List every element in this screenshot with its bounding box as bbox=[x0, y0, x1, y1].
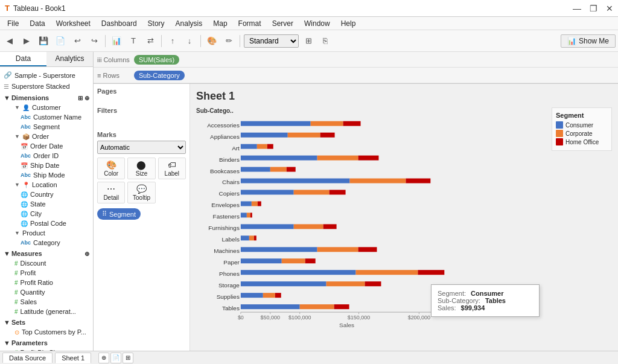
toolbar-new-btn[interactable]: 📄 bbox=[53, 34, 68, 48]
menu-analysis[interactable]: Analysis bbox=[171, 18, 208, 29]
parameters-header[interactable]: ▼ Parameters bbox=[2, 337, 91, 348]
field-customer-group[interactable]: ▼ 👤 Customer bbox=[2, 103, 91, 112]
toolbar-sort-asc-btn[interactable]: ↑ bbox=[165, 34, 180, 48]
nav-new-dashboard[interactable]: ⊞ bbox=[123, 353, 133, 363]
toolbar-chart-btn[interactable]: 📊 bbox=[109, 34, 124, 48]
bar-tables-consumer[interactable] bbox=[241, 304, 300, 309]
toolbar-back-btn[interactable]: ◀ bbox=[2, 34, 17, 48]
datasource-stacked[interactable]: ☰ Superstore Stacked bbox=[2, 81, 91, 92]
menu-format[interactable]: Format bbox=[234, 18, 266, 29]
marks-type-select[interactable]: Automatic Bar Line Area bbox=[97, 141, 186, 154]
menu-map[interactable]: Map bbox=[208, 18, 232, 29]
menu-help[interactable]: Help bbox=[336, 18, 361, 29]
datasource-superstore[interactable]: 🔗 Sample - Superstore bbox=[2, 69, 91, 81]
datasource-name: Sample - Superstore bbox=[14, 72, 75, 79]
show-me-label: Show Me bbox=[579, 37, 609, 45]
field-state[interactable]: 🌐 State bbox=[2, 199, 91, 209]
color-icon: 🎨 bbox=[106, 160, 116, 170]
caret-customer: ▼ bbox=[14, 104, 20, 110]
field-city[interactable]: 🌐 City bbox=[2, 209, 91, 219]
nav-new-datasource[interactable]: ⊕ bbox=[98, 353, 109, 363]
field-top-customers-set[interactable]: ⊙ Top Customers by P... bbox=[2, 327, 91, 337]
marks-color-btn[interactable]: 🎨 Color bbox=[97, 158, 125, 179]
tab-data[interactable]: Data bbox=[0, 52, 46, 66]
menu-dashboard[interactable]: Dashboard bbox=[97, 18, 142, 29]
bar-labels-home bbox=[254, 235, 256, 240]
menu-story[interactable]: Story bbox=[143, 18, 170, 29]
segment-pill[interactable]: ⠿ Segment bbox=[97, 208, 141, 220]
legend-consumer-label: Consumer bbox=[565, 122, 593, 129]
label-label: Label bbox=[165, 170, 179, 177]
toolbar-swap-btn[interactable]: ⇄ bbox=[143, 34, 158, 48]
bar-envelopes-corporate bbox=[252, 201, 258, 206]
field-ship-date[interactable]: 📅 Ship Date bbox=[2, 161, 91, 170]
field-sales[interactable]: # Sales bbox=[2, 297, 91, 307]
toolbar-color-btn[interactable]: 🎨 bbox=[205, 34, 219, 48]
tab-data-source[interactable]: Data Source bbox=[2, 353, 53, 363]
tab-analytics[interactable]: Analytics bbox=[46, 52, 93, 66]
bar-storage-corporate bbox=[327, 281, 365, 286]
tooltip-subcat-key: Sub-Category: bbox=[438, 297, 480, 304]
field-segment[interactable]: Abc Segment bbox=[2, 122, 91, 132]
field-profit-ratio[interactable]: # Profit Ratio bbox=[2, 278, 91, 287]
field-customer-name[interactable]: Abc Customer Name bbox=[2, 112, 91, 122]
marks-detail-btn[interactable]: ⋯ Detail bbox=[97, 182, 125, 203]
menu-worksheet[interactable]: Worksheet bbox=[51, 18, 95, 29]
nav-new-sheet[interactable]: 📄 bbox=[110, 353, 121, 363]
field-product-group[interactable]: ▼ Product bbox=[2, 228, 91, 238]
hash-icon-5: # bbox=[14, 299, 18, 305]
field-discount[interactable]: # Discount bbox=[2, 258, 91, 268]
toolbar-forward-btn[interactable]: ▶ bbox=[19, 34, 34, 48]
left-panel: Data Analytics 🔗 Sample - Superstore ☰ S… bbox=[0, 52, 94, 351]
toolbar-save-btn[interactable]: 💾 bbox=[36, 34, 51, 48]
menu-window[interactable]: Window bbox=[299, 18, 335, 29]
bar-bookcases-consumer bbox=[241, 167, 270, 172]
close-button[interactable]: ✕ bbox=[606, 4, 613, 13]
tooltip-segment-row: Segment: Consumer bbox=[438, 290, 533, 297]
measures-header[interactable]: ▼ Measures ⊕ bbox=[2, 247, 91, 258]
bottom-bar: Data Source Sheet 1 ⊕ 📄 ⊞ bbox=[0, 351, 618, 364]
marks-tooltip-btn[interactable]: 💬 Tooltip bbox=[127, 182, 155, 203]
field-profit-bin-size[interactable]: # Profit Bin Size bbox=[2, 348, 91, 351]
field-country[interactable]: 🌐 Country bbox=[2, 190, 91, 199]
field-order-id[interactable]: Abc Order ID bbox=[2, 151, 91, 161]
marks-grid: 🎨 Color ⬤ Size 🏷 Label ⋯ bbox=[97, 158, 186, 203]
show-me-button[interactable]: 📊 Show Me bbox=[561, 34, 616, 48]
toolbar-sep-4 bbox=[240, 35, 240, 47]
filters-label: Filters bbox=[97, 107, 186, 114]
tab-sheet1[interactable]: Sheet 1 bbox=[55, 353, 91, 363]
toolbar-text-btn[interactable]: T bbox=[126, 34, 141, 48]
field-location-group[interactable]: ▼ 📍 Location bbox=[2, 180, 91, 190]
marks-label-btn[interactable]: 🏷 Label bbox=[158, 158, 186, 179]
menu-server[interactable]: Server bbox=[267, 18, 298, 29]
field-order-group[interactable]: ▼ 📦 Order bbox=[2, 132, 91, 141]
toolbar-sort-desc-btn[interactable]: ↓ bbox=[182, 34, 197, 48]
rows-pill[interactable]: Sub-Category bbox=[134, 71, 185, 80]
toolbar-undo-btn[interactable]: ↩ bbox=[70, 34, 84, 48]
bar-tables-home bbox=[334, 304, 349, 309]
menu-file[interactable]: File bbox=[2, 18, 24, 29]
field-order-date[interactable]: 📅 Order Date bbox=[2, 141, 91, 151]
label-tables: Tables bbox=[222, 305, 240, 311]
field-category-label: Category bbox=[33, 239, 60, 246]
field-postal-code[interactable]: 🌐 Postal Code bbox=[2, 219, 91, 228]
toolbar-highlight-btn[interactable]: ✏ bbox=[221, 34, 236, 48]
field-latitude[interactable]: # Latitude (generat... bbox=[2, 307, 91, 316]
toolbar-redo-btn[interactable]: ↪ bbox=[87, 34, 101, 48]
field-ship-mode[interactable]: Abc Ship Mode bbox=[2, 170, 91, 180]
standard-select[interactable]: Standard Fit Width Entire View bbox=[244, 34, 299, 48]
menu-data[interactable]: Data bbox=[25, 18, 49, 29]
restore-button[interactable]: ❐ bbox=[590, 4, 597, 13]
toolbar-share-btn[interactable]: ⎘ bbox=[318, 34, 333, 48]
field-category[interactable]: Abc Category bbox=[2, 238, 91, 247]
marks-size-btn[interactable]: ⬤ Size bbox=[127, 158, 155, 179]
minimize-button[interactable]: — bbox=[573, 4, 581, 13]
dimensions-header[interactable]: ▼ Dimensions ⊞ ⊕ bbox=[2, 92, 91, 103]
field-profit[interactable]: # Profit bbox=[2, 268, 91, 278]
toolbar-sep-3 bbox=[200, 35, 201, 47]
field-product: Product bbox=[22, 229, 45, 237]
toolbar-fix-btn[interactable]: ⊞ bbox=[301, 34, 316, 48]
columns-pill[interactable]: SUM(Sales) bbox=[134, 55, 179, 65]
field-quantity[interactable]: # Quantity bbox=[2, 287, 91, 297]
sets-header[interactable]: ▼ Sets bbox=[2, 316, 91, 327]
